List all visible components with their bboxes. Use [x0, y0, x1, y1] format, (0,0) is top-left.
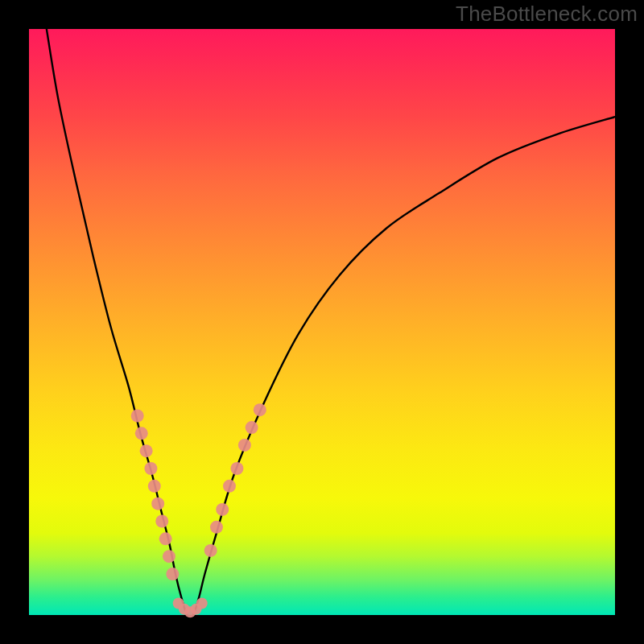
curve-marker: [163, 550, 175, 563]
marker-cluster-left: [131, 409, 180, 580]
curve-marker: [151, 497, 164, 510]
curve-marker: [155, 515, 168, 528]
curve-marker: [140, 444, 153, 457]
curve-svg: [29, 29, 615, 615]
curve-marker: [144, 462, 157, 475]
curve-marker: [238, 439, 251, 452]
plot-area: [29, 29, 615, 615]
curve-marker: [216, 503, 229, 516]
curve-marker: [166, 568, 179, 580]
chart-container: TheBottleneck.com: [0, 0, 644, 644]
curve-marker: [204, 544, 217, 557]
watermark-label: TheBottleneck.com: [456, 2, 638, 27]
bottleneck-curve: [47, 29, 615, 617]
curve-marker: [246, 421, 258, 434]
curve-marker: [210, 521, 223, 534]
curve-marker: [254, 403, 266, 416]
marker-cluster-valley: [173, 597, 208, 617]
curve-marker: [131, 409, 144, 422]
curve-marker: [159, 532, 172, 545]
curve-marker: [230, 462, 243, 475]
curve-marker: [148, 480, 161, 493]
curve-marker: [196, 597, 208, 609]
curve-marker: [223, 480, 236, 493]
curve-marker: [135, 427, 148, 440]
marker-cluster-right: [204, 403, 266, 557]
